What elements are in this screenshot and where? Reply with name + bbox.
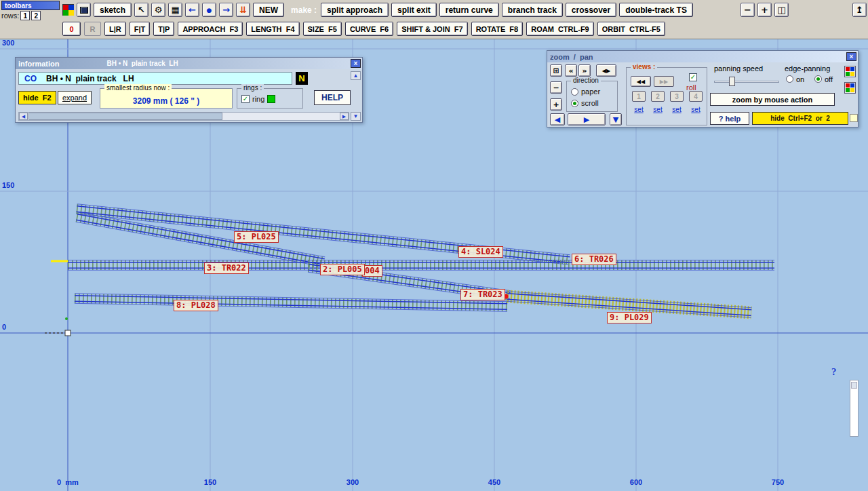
pan-left-icon[interactable]: ◀: [550, 113, 565, 125]
cursor-icon[interactable]: ↖: [134, 3, 149, 17]
rows-1-button[interactable]: 1: [20, 11, 30, 20]
ft-toggle-button[interactable]: F|T: [130, 22, 151, 36]
view-1-set-link[interactable]: set: [632, 106, 646, 113]
scroll-up-icon[interactable]: ▲: [351, 71, 361, 80]
slider-thumb[interactable]: [729, 77, 735, 86]
plus-icon[interactable]: +: [757, 3, 772, 17]
split-view-icon[interactable]: ◫: [774, 3, 789, 17]
shift-join-f7-button[interactable]: SHIFT & JOIN F7: [397, 22, 467, 36]
zoom-in-icon[interactable]: +: [550, 98, 562, 111]
minus-icon[interactable]: −: [741, 3, 755, 17]
information-titlebar[interactable]: information BH • N plain track LH: [16, 58, 362, 69]
center-dot-icon[interactable]: ●: [202, 3, 216, 17]
expand-button[interactable]: expand: [58, 91, 92, 104]
info-horizontal-scrollbar[interactable]: ◀ ▶: [18, 112, 349, 121]
pan-right-icon[interactable]: →: [219, 3, 233, 17]
main-toolbar: toolbars rows: 1 2 sketch ↖ ⚙ ▦ ← ● → ⇊ …: [0, 0, 868, 39]
make-crossover-button[interactable]: crossover: [566, 3, 616, 17]
zoom-out-icon[interactable]: −: [550, 81, 562, 94]
ring-color-swatch[interactable]: [267, 95, 275, 103]
r-button[interactable]: R: [84, 22, 101, 36]
help-button[interactable]: HELP: [314, 90, 351, 105]
pan-down-icon[interactable]: ▼: [610, 113, 622, 125]
make-branch-track-button[interactable]: branch track: [502, 3, 563, 17]
view-1-button[interactable]: 1: [632, 91, 646, 102]
view-4-button[interactable]: 4: [689, 91, 703, 102]
canvas-help-mark[interactable]: ?: [831, 366, 837, 378]
gear-icon[interactable]: ⚙: [151, 3, 165, 17]
sketch-button[interactable]: sketch: [94, 3, 132, 17]
zoom-hide-button[interactable]: hide Ctrl+F2 or 2: [752, 112, 848, 125]
scroll-down-icon[interactable]: ▼: [351, 112, 361, 121]
scroll-left-icon[interactable]: ◀: [19, 113, 28, 120]
close-icon[interactable]: ×: [351, 59, 361, 68]
hide-f2-button[interactable]: hide F2: [18, 91, 56, 104]
make-double-track-ts-button[interactable]: double-track TS: [619, 3, 693, 17]
roll-checkbox[interactable]: ✓: [689, 73, 697, 81]
track-template-label[interactable]: 004: [362, 265, 382, 277]
pan-left-icon[interactable]: ←: [185, 3, 199, 17]
grid-icon[interactable]: ▦: [168, 3, 182, 17]
info-scroll-thumb[interactable]: [28, 113, 222, 120]
panning-speed-slider[interactable]: [714, 77, 779, 86]
view-3-button[interactable]: 3: [670, 91, 684, 102]
zoom-hide-checkbox[interactable]: [850, 114, 858, 122]
palette-icon[interactable]: [844, 66, 856, 77]
view-2-set-link[interactable]: set: [651, 106, 665, 113]
make-split-approach-button[interactable]: split approach: [321, 3, 389, 17]
scroll-right-icon[interactable]: ▶: [340, 113, 349, 120]
page-left-icon[interactable]: «: [565, 64, 577, 77]
track-template-label[interactable]: 9: PL029: [607, 312, 652, 323]
zoom-help-button[interactable]: ? help: [710, 112, 749, 125]
view-forward-icon[interactable]: ▶▶: [654, 76, 674, 87]
track-template-label[interactable]: 8: PL028: [174, 300, 218, 311]
make-return-curve-button[interactable]: return curve: [439, 3, 499, 17]
length-f4-button[interactable]: LENGTH F4: [246, 22, 299, 36]
toolbars-caption[interactable]: toolbars: [1, 1, 60, 10]
size-f5-button[interactable]: SIZE F5: [303, 22, 342, 36]
make-split-exit-button[interactable]: split exit: [391, 3, 437, 17]
mini-scrollbar[interactable]: [850, 380, 859, 437]
green-dot-marker: [65, 317, 68, 320]
pan-right-icon[interactable]: ▶: [568, 113, 606, 125]
view-2-button[interactable]: 2: [651, 91, 665, 102]
tp-toggle-button[interactable]: T|P: [153, 22, 174, 36]
zoom-by-mouse-action-button[interactable]: zoom by mouse action: [710, 93, 835, 106]
ring-checkbox[interactable]: ✓: [241, 95, 250, 103]
scroll-radio[interactable]: [571, 100, 578, 107]
paper-radio[interactable]: [571, 88, 578, 96]
page-right-icon[interactable]: »: [578, 64, 591, 77]
palette-icon[interactable]: [844, 82, 856, 94]
track-template-label[interactable]: 2: PL005: [320, 264, 365, 275]
roam-ctrl-f9-button[interactable]: ROAM CTRL-F9: [526, 22, 594, 36]
colors-palette-icon[interactable]: [62, 4, 74, 16]
approach-f3-button[interactable]: APPROACH F3: [178, 22, 243, 36]
track-template-label[interactable]: 4: SL024: [458, 246, 503, 258]
monitor-icon[interactable]: [77, 3, 91, 17]
mini-scrollbar-thumb[interactable]: [851, 382, 857, 389]
view-4-set-link[interactable]: set: [689, 106, 703, 113]
track-template-label[interactable]: 5: PL025: [234, 231, 279, 243]
edge-panning-off-radio[interactable]: [814, 75, 822, 83]
track-template-label[interactable]: 3: TR022: [204, 262, 249, 274]
view-back-icon[interactable]: ◀◀: [631, 76, 651, 87]
track-template-label[interactable]: 6: TR026: [572, 254, 616, 265]
information-panel: information BH • N plain track LH × CO B…: [15, 57, 363, 123]
curve-f6-button[interactable]: CURVE F6: [345, 22, 393, 36]
rotate-f8-button[interactable]: ROTATE F8: [471, 22, 524, 36]
lr-toggle-button[interactable]: L|R: [104, 22, 126, 36]
dock-top-icon[interactable]: ↥: [852, 3, 867, 17]
fit-width-icon[interactable]: ◀▶: [596, 64, 616, 77]
new-button[interactable]: NEW: [253, 3, 284, 17]
toolbar-row-2: 0 R L|R F|T T|P APPROACH F3 LENGTH F4 SI…: [62, 20, 867, 37]
zoom-pan-titlebar[interactable]: zoom / pan: [547, 51, 858, 62]
view-3-set-link[interactable]: set: [670, 106, 684, 113]
track-template-label[interactable]: 7: TR023: [460, 289, 505, 300]
zero-button[interactable]: 0: [62, 22, 81, 36]
drop-arrows-icon[interactable]: ⇊: [236, 3, 250, 17]
orbit-ctrl-f5-button[interactable]: ORBIT CTRL-F5: [597, 22, 665, 36]
zoom-fit-icon[interactable]: ⊞: [550, 64, 562, 77]
rows-2-button[interactable]: 2: [31, 11, 41, 20]
close-icon[interactable]: ×: [846, 52, 856, 61]
edge-panning-on-radio[interactable]: [786, 75, 793, 83]
